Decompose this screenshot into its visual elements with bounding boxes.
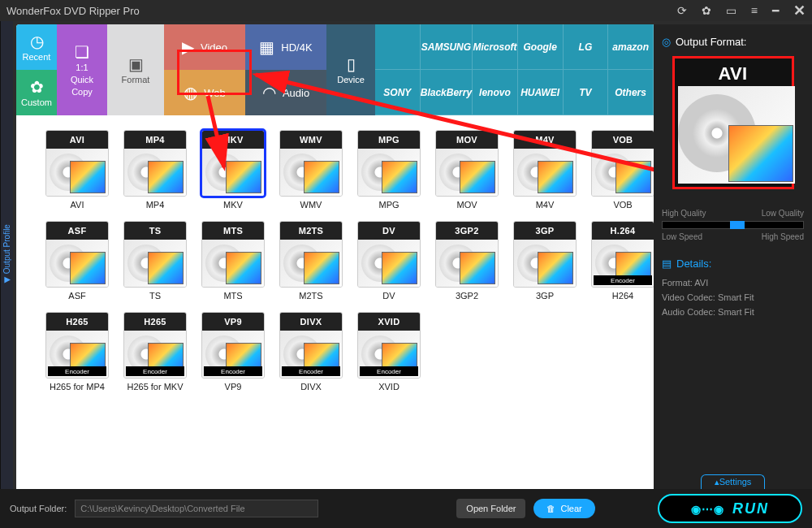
brand-cell[interactable]: amazon xyxy=(608,24,654,70)
brand-cell[interactable]: TV xyxy=(564,70,609,115)
tile-badge: DIVX xyxy=(280,313,342,331)
tile-label: ASF xyxy=(68,291,85,301)
brand-cell[interactable]: Google xyxy=(518,24,564,70)
format-tile[interactable]: ASFASF xyxy=(41,221,114,301)
format-tile[interactable]: TSTS xyxy=(119,221,192,301)
hd4k-row-tab[interactable]: ▦HD/4K xyxy=(245,24,326,70)
format-tile[interactable]: VOBVOB xyxy=(586,130,654,210)
category-ribbon: ◷Recent ✿Custom ❏1:1QuickCopy ▣Format ▶V… xyxy=(16,24,654,115)
tile-badge: 3GP2 xyxy=(436,222,498,240)
disc-spinner-icon xyxy=(691,500,724,517)
output-format-preview[interactable]: AVI xyxy=(672,56,794,189)
format-tile[interactable]: VP9EncoderVP9 xyxy=(197,312,270,392)
tile-label: XVID xyxy=(378,382,400,392)
tile-badge: MKV xyxy=(202,131,264,149)
brand-cell[interactable]: Microsoft xyxy=(473,24,518,70)
tile-badge: VP9 xyxy=(202,313,264,331)
tile-label: DV xyxy=(382,291,395,301)
format-tile[interactable]: AVIAVI xyxy=(41,130,114,210)
feedback-icon[interactable]: ▭ xyxy=(726,4,736,17)
recent-tab[interactable]: ◷Recent xyxy=(16,24,57,70)
brand-cell[interactable]: SAMSUNG xyxy=(421,24,473,70)
tile-label: MPG xyxy=(378,200,399,210)
format-tile[interactable]: MKVMKV xyxy=(197,130,270,210)
brand-cell[interactable]: HUAWEI xyxy=(518,70,564,115)
refresh-icon[interactable]: ⟳ xyxy=(677,4,687,17)
format-tile[interactable]: WMVWMV xyxy=(274,130,348,210)
settings-toggle[interactable]: ▴Settings xyxy=(701,474,766,489)
close-icon[interactable]: ✕ xyxy=(793,2,806,19)
format-tab[interactable]: ▣Format xyxy=(107,24,164,115)
format-grid-scroll[interactable]: AVIAVIMP4MP4MKVMKVWMVWMVMPGMPGMOVMOVM4VM… xyxy=(16,115,654,489)
format-tile[interactable]: DIVXEncoderDIVX xyxy=(274,312,348,392)
phone-icon: ▯ xyxy=(347,56,356,72)
gear-icon: ✿ xyxy=(30,79,44,95)
minimize-icon[interactable]: ━ xyxy=(772,4,779,17)
brand-cell[interactable]: SONY xyxy=(375,70,421,115)
gear-icon[interactable]: ✿ xyxy=(702,4,711,17)
output-profile-side-tab[interactable]: ◀ Output Profile xyxy=(0,21,13,489)
brand-cell[interactable]: LG xyxy=(564,24,609,70)
web-row-tab[interactable]: ◍Web xyxy=(164,70,245,115)
format-tile[interactable]: MTSMTS xyxy=(197,221,270,301)
tile-label: 3GP2 xyxy=(456,291,478,301)
tile-badge: MPG xyxy=(358,131,420,149)
audio-row-tab[interactable]: ◠Audio xyxy=(245,70,326,115)
brand-cell[interactable]: lenovo xyxy=(473,70,518,115)
detail-format: Format: AVI xyxy=(662,278,804,288)
clear-button[interactable]: 🗑Clear xyxy=(533,499,594,518)
titlebar: WonderFox DVD Ripper Pro ⟳ ✿ ▭ ≡ ━ ✕ xyxy=(0,0,812,21)
copy-icon: ❏ xyxy=(75,44,89,60)
tile-badge: XVID xyxy=(358,313,420,331)
format-tile[interactable]: XVIDEncoderXVID xyxy=(352,312,425,392)
right-panel: ◎Output Format: AVI High QualityLow Qual… xyxy=(654,24,812,489)
format-tile[interactable]: MOVMOV xyxy=(430,130,503,210)
format-grid: AVIAVIMP4MP4MKVMKVWMVWMVMPGMPGMOVMOVM4VM… xyxy=(41,130,637,392)
target-icon: ◎ xyxy=(662,36,671,48)
tile-badge: MOV xyxy=(436,131,498,149)
quality-slider[interactable] xyxy=(662,221,804,229)
quick-copy-tab[interactable]: ❏1:1QuickCopy xyxy=(57,24,107,115)
run-button[interactable]: RUN xyxy=(658,494,802,523)
output-format-badge: AVI xyxy=(678,62,788,86)
tile-label: H265 for MKV xyxy=(127,382,183,392)
format-tile[interactable]: MP4MP4 xyxy=(119,130,192,210)
output-folder-input[interactable] xyxy=(75,500,318,517)
open-folder-button[interactable]: Open Folder xyxy=(456,499,525,518)
format-tile[interactable]: DVDV xyxy=(352,221,425,301)
format-tile[interactable]: 3GP23GP2 xyxy=(430,221,503,301)
tile-badge: TS xyxy=(124,222,186,240)
video-row-tab[interactable]: ▶Video xyxy=(164,24,245,70)
tile-badge: VOB xyxy=(592,131,654,149)
format-tile[interactable]: 3GP3GP xyxy=(508,221,581,301)
device-tab[interactable]: ▯Device xyxy=(326,24,375,115)
tile-label: H265 for MP4 xyxy=(50,382,105,392)
tile-label: TS xyxy=(149,291,161,301)
list-icon: ▤ xyxy=(662,258,672,270)
tile-label: 3GP xyxy=(536,291,554,301)
brand-grid: SAMSUNGMicrosoftGoogleLGamazonSONYBlackB… xyxy=(375,24,654,115)
tile-label: VOB xyxy=(613,200,632,210)
output-folder-label: Output Folder: xyxy=(10,504,67,513)
trash-icon: 🗑 xyxy=(546,504,555,513)
tile-badge: M4V xyxy=(514,131,576,149)
slider-knob[interactable] xyxy=(730,221,745,229)
format-tile[interactable]: M2TSM2TS xyxy=(274,221,348,301)
tile-badge: 3GP xyxy=(514,222,576,240)
format-tile[interactable]: H265EncoderH265 for MP4 xyxy=(41,312,114,392)
detail-acodec: Audio Codec: Smart Fit xyxy=(662,307,804,317)
format-tile[interactable]: MPGMPG xyxy=(352,130,425,210)
hamburger-icon[interactable]: ≡ xyxy=(751,4,758,17)
format-tile[interactable]: M4VM4V xyxy=(508,130,581,210)
brand-cell[interactable]: Others xyxy=(608,70,654,115)
format-tile[interactable]: H.264EncoderH264 xyxy=(586,221,654,301)
clock-icon: ◷ xyxy=(30,33,44,50)
brand-cell[interactable] xyxy=(375,24,421,70)
format-tile[interactable]: H265EncoderH265 for MKV xyxy=(119,312,192,392)
tile-badge: H.264 xyxy=(592,222,654,240)
tile-badge: WMV xyxy=(280,131,342,149)
tile-badge: MTS xyxy=(202,222,264,240)
custom-tab[interactable]: ✿Custom xyxy=(16,70,57,115)
brand-cell[interactable]: BlackBerry xyxy=(421,70,473,115)
tile-label: M2TS xyxy=(299,291,322,301)
